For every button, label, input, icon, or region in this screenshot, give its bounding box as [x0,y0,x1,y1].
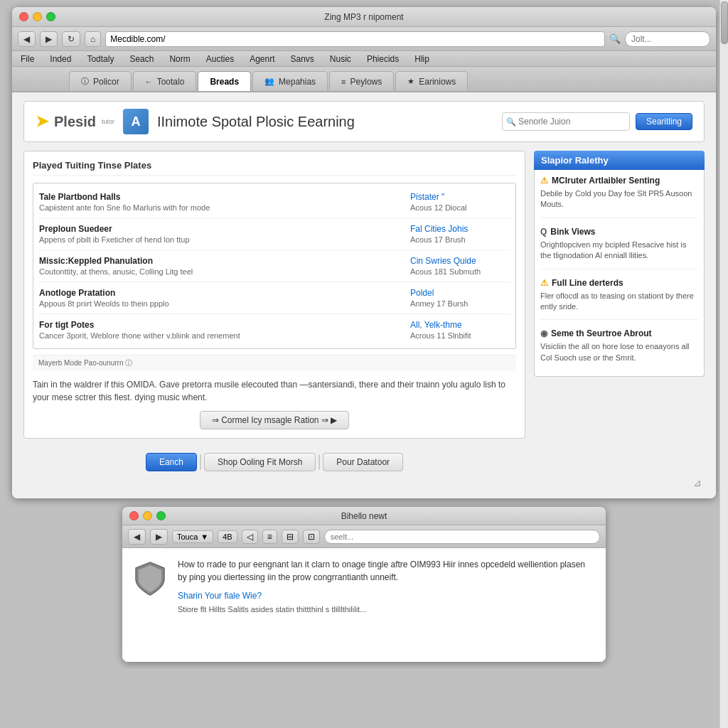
second-paragraph: How to rrade to pur eengnant lan it clar… [178,558,596,584]
app-search-input[interactable] [502,112,630,131]
menu-nusic[interactable]: Nusic [327,53,354,65]
list-item-right: Poldel Anmey 17 Bursh [410,288,510,308]
menu-phiecids[interactable]: Phiecids [364,53,402,65]
bottom-tab-pour[interactable]: Pour Datatoor [323,453,403,471]
tab-tootalo[interactable]: ← Tootalo [133,71,197,91]
maximize-button-2[interactable] [156,511,166,520]
menu-aucties[interactable]: Aucties [203,53,237,65]
item-meta: Anmey 17 Bursh [410,299,510,308]
content-area: ➤ Plesid tutor A IInimote Spotal Plosic … [12,92,716,498]
sidebar-section-2: ⚠ Full Line derterds Fler oflocdl as to … [540,278,698,321]
search-button[interactable]: Searitling [636,113,692,130]
touca-label: Touca [177,532,198,541]
bottom-tab-shop[interactable]: Shop Ooling Fit Morsh [204,453,316,471]
menu-norm[interactable]: Norm [166,53,193,65]
address-input[interactable] [105,31,605,47]
reload-button[interactable]: ↻ [62,31,80,47]
item-title: For tigt Potes [39,320,399,330]
sidebar-title-text: Seme th Seurtroe Abrout [551,328,652,338]
menu-todtaly[interactable]: Todtaly [84,53,117,65]
item-link[interactable]: Fal Cities Johis [410,224,510,234]
sidebar-section-desc-0: Debile by Cold you Day foe Slt PR5 Ausoo… [540,188,698,210]
back-button[interactable]: ◀ [18,31,36,47]
second-window-title: Bihello newt [341,511,387,521]
logo-subtitle: tutor [102,118,114,125]
list-item-right: Fal Cities Johis Acous 17 Brush [410,224,510,244]
menu-hlip[interactable]: Hlip [412,53,432,65]
second-title-bar: Bihello newt [122,507,606,525]
list-item-right: All, Yelk-thme Acrous 11 Slnbifit [410,320,510,340]
home-button[interactable]: ⌂ [85,31,101,47]
menu-sanvs[interactable]: Sanvs [288,53,317,65]
item-title: Anotloge Pratation [39,288,399,298]
list-item-left: For tigt Potes Cancer 3porit, Weblore th… [39,320,399,340]
mode-line: Mayerb Mode Pao-ounurrn ⓘ [33,355,516,371]
sidebar-section-desc-2: Fler oflocdl as to teasing on stationt b… [540,291,698,313]
info-icon: ◉ [540,328,547,338]
second-content: How to rrade to pur eengnant lan it clar… [122,548,606,662]
maximize-button[interactable] [46,12,55,21]
second-window: Bihello newt ◀ ▶ Touca ▼ 4B ◁ ≡ ⊟ ⊡ How … [122,507,606,662]
tab-tootalo-label: Tootalo [157,77,185,87]
tab-peylows[interactable]: ≡ Peylows [329,71,394,91]
item-desc: Cancer 3porit, Weblore thone wither v.bl… [39,331,399,340]
sec-forward-button[interactable]: ▶ [150,529,168,545]
second-body: How to rrade to pur eengnant lan it clar… [178,558,596,614]
menu-agenrt[interactable]: Agenrt [247,53,277,65]
menu-inded[interactable]: Inded [47,53,74,65]
forward-button[interactable]: ▶ [40,31,58,47]
sec-list-btn[interactable]: ≡ [262,530,277,544]
list-item-right: Cin Swries Quide Acous 181 Submuth [410,256,510,276]
item-link[interactable]: Pistater " [410,192,510,202]
list-item: Preploun Suedeer Appens of pbilt ib Fxet… [39,218,510,250]
minimize-button[interactable] [33,12,42,21]
chevron-down-icon: ▼ [200,532,208,541]
sec-grid-btn[interactable]: ⊟ [282,530,299,544]
main-content-box: Played Tuiting Tinse Plates Tale Plartbo… [23,151,525,439]
sidebar-column: Slapior Ralethy ⚠ MCIruter Artlaibler Se… [534,151,705,476]
second-search-input[interactable] [324,530,600,544]
description-text: Tain in the waldrer if this OMIDA. Gave … [33,378,516,404]
eariniows-icon: ★ [407,77,414,86]
minimize-button-2[interactable] [143,511,152,520]
mepahias-icon: 👥 [264,77,274,86]
shield-icon-area [132,558,168,614]
sec-audio-btn[interactable]: ◁ [242,530,258,544]
resize-corner[interactable]: ⊿ [23,476,705,490]
tab-mepahias-label: Mepahias [279,77,316,87]
item-link[interactable]: All, Yelk-thme [410,320,510,330]
sidebar-header: Slapior Ralethy [534,151,705,170]
list-item: Tale Plartbond Halls Capiistent ante fon… [39,186,510,218]
sidebar-section-desc-1: Orightlopciven my bcipled Resacive hist … [540,240,698,262]
menu-seach[interactable]: Seach [127,53,156,65]
browser-search-input[interactable] [625,31,710,47]
item-link[interactable]: Cin Swries Quide [410,256,510,266]
item-link[interactable]: Poldel [410,288,510,298]
second-row: How to rrade to pur eengnant lan it clar… [132,558,596,614]
tab-peylows-label: Peylows [350,77,382,87]
sidebar-section-0: ⚠ MCIruter Artlaibler Senting Debile by … [540,176,698,218]
item-meta: Acous 17 Brush [410,235,510,244]
tab-divider [318,454,320,470]
list-title: Played Tuiting Tinse Plates [33,160,516,176]
sec-view-btn[interactable]: ⊡ [303,530,320,544]
close-button[interactable] [19,12,28,21]
menu-file[interactable]: File [18,53,37,65]
action-button[interactable]: ⇒ Cormel Icy msagle Ration ⇒ ▶ [200,411,349,429]
close-button-2[interactable] [129,511,139,520]
tab-mepahias[interactable]: 👥 Mepahias [252,71,328,91]
tab-eariniows[interactable]: ★ Eariniows [395,71,468,91]
bottom-tab-eanch[interactable]: Eanch [146,453,197,471]
sec-touca-dropdown[interactable]: Touca ▼ [172,530,213,543]
list-item: Anotloge Pratation Appous 8t pnirt Weold… [39,282,510,314]
item-desc: Appens of pbilt ib Fxeticher of hend lon… [39,235,399,244]
tab-policor[interactable]: ⓘ Policor [69,71,132,91]
app-title: IInimote Spotal Plosic Eearning [157,114,493,130]
second-link[interactable]: Sharin Your fiale Wie? [178,591,596,601]
sidebar-section-title-0: ⚠ MCIruter Artlaibler Senting [540,176,698,186]
item-title: Tale Plartbond Halls [39,192,399,202]
tab-breads[interactable]: Breads [198,71,251,91]
logo-text: Plesid [54,114,96,130]
sec-back-button[interactable]: ◀ [128,529,146,545]
search-input-wrapper: 🔍 [502,112,630,131]
